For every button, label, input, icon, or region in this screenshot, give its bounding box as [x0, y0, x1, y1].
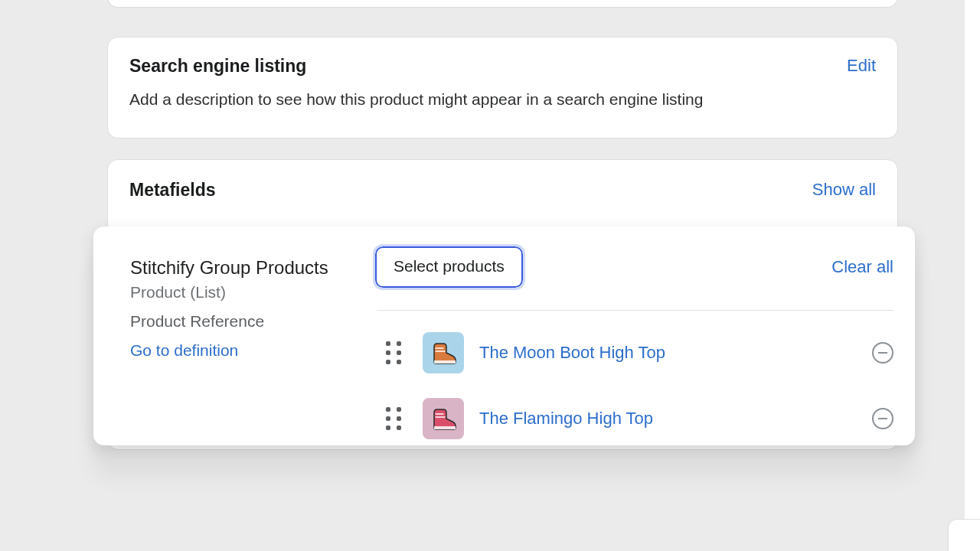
metafields-title: Metafields [129, 180, 215, 201]
search-engine-listing-card: Search engine listing Edit Add a descrip… [107, 37, 898, 139]
divider [377, 310, 893, 311]
search-engine-listing-description: Add a description to see how this produc… [129, 90, 876, 109]
metafield-name: Stitchify Group Products [130, 257, 377, 279]
boot-icon [428, 337, 459, 368]
product-link[interactable]: The Flamingo High Top [479, 409, 872, 429]
metafield-type-label: Product (List) [130, 283, 377, 302]
minus-icon [878, 418, 887, 419]
product-thumbnail [423, 398, 464, 439]
product-row: The Moon Boot High Top [386, 328, 893, 378]
metafield-editor-popover: Stitchify Group Products Product (List) … [93, 227, 915, 445]
previous-card-edge [107, 0, 898, 8]
corner-widget[interactable] [948, 519, 980, 551]
svg-rect-1 [434, 426, 456, 429]
select-products-button[interactable]: Select products [375, 246, 523, 288]
drag-handle-icon[interactable] [386, 407, 403, 430]
show-all-link[interactable]: Show all [812, 180, 876, 200]
product-row: The Flamingo High Top [386, 393, 893, 444]
scrollbar-edge [965, 0, 980, 551]
drag-handle-icon[interactable] [386, 341, 403, 364]
minus-icon [878, 352, 887, 354]
selected-products-list: The Moon Boot High TopThe Flamingo High … [386, 328, 893, 459]
search-engine-listing-title: Search engine listing [129, 56, 306, 77]
boot-icon [428, 403, 459, 434]
product-thumbnail [423, 332, 464, 373]
go-to-definition-link[interactable]: Go to definition [130, 341, 377, 360]
product-link[interactable]: The Moon Boot High Top [479, 343, 872, 363]
remove-product-button[interactable] [872, 408, 893, 429]
remove-product-button[interactable] [872, 342, 893, 364]
edit-link[interactable]: Edit [847, 56, 876, 76]
metafield-reference-label: Product Reference [130, 312, 377, 331]
svg-rect-0 [434, 360, 456, 364]
clear-all-link[interactable]: Clear all [831, 257, 893, 277]
